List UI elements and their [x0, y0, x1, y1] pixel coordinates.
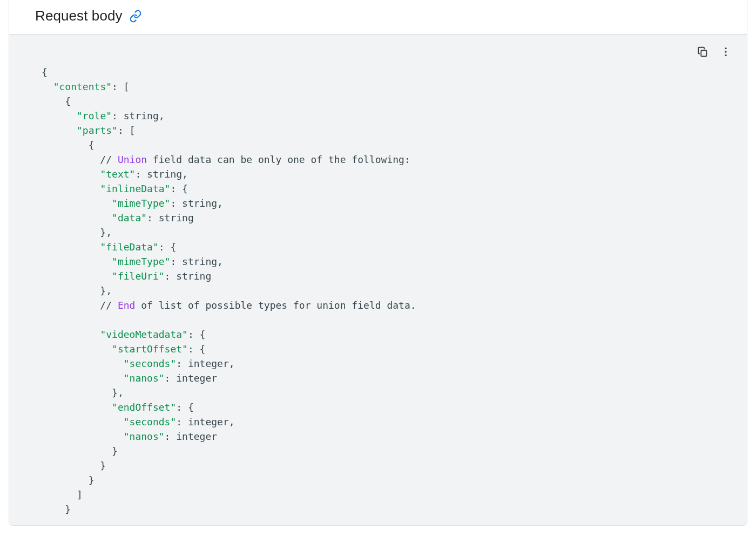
section-title: Request body [35, 8, 123, 24]
code-toolbar [693, 42, 736, 63]
copy-button[interactable] [693, 43, 712, 62]
more-vert-icon [720, 46, 732, 59]
svg-point-2 [725, 51, 726, 52]
svg-rect-0 [701, 50, 706, 56]
code-content: { "contents": [ { "role": string, "parts… [9, 35, 747, 525]
svg-point-3 [725, 54, 726, 56]
anchor-link-icon[interactable] [128, 9, 143, 24]
request-body-section: Request body [9, 0, 747, 526]
code-block: { "contents": [ { "role": string, "parts… [9, 34, 747, 525]
svg-point-1 [725, 47, 726, 49]
more-options-button[interactable] [716, 42, 736, 63]
copy-icon [697, 46, 708, 59]
section-header: Request body [9, 0, 747, 34]
